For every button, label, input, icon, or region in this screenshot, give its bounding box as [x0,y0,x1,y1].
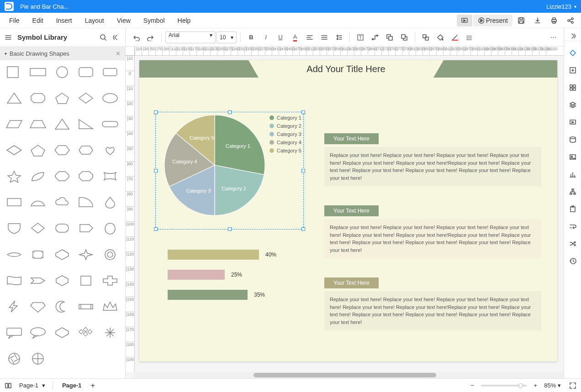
shapes-section-header[interactable]: ▾ Basic Drawing Shapes ✕ [0,47,125,60]
shape-cross[interactable] [100,273,120,288]
menu-edit[interactable]: Edit [26,17,50,24]
page-title[interactable]: Add Your Title Here [263,60,429,78]
user-menu[interactable]: Lizzie123 [546,3,576,10]
shape-rounded[interactable] [53,221,72,235]
shape-cushion[interactable] [100,169,120,183]
text-block-3[interactable]: Your Text Here Replace your text here! R… [324,277,541,330]
shape-hex4[interactable] [53,273,72,288]
shape-pentagon2[interactable] [28,143,48,157]
shape-plaque[interactable] [28,247,48,262]
shape-speech-round[interactable] [28,325,48,340]
shape-cloud[interactable] [53,195,72,209]
shape-round-rect2[interactable] [100,65,120,79]
presentation-mode-button[interactable] [457,15,472,26]
search-icon[interactable] [100,34,108,41]
slides-panel-button[interactable] [567,117,578,128]
shape-octagon2[interactable] [76,169,95,183]
shape-gem[interactable] [28,299,48,314]
shape-lens[interactable] [5,247,24,262]
shape-lightning[interactable] [5,299,24,314]
zoom-thumb[interactable] [518,383,523,388]
shape-pill[interactable] [100,117,120,131]
layers-panel-button[interactable] [567,99,578,110]
shape-moon[interactable] [53,299,72,314]
close-section-icon[interactable]: ✕ [116,50,121,57]
share-button[interactable] [563,15,578,26]
shape-ribbon[interactable] [76,299,95,314]
shape-burst[interactable] [100,325,120,340]
text-block-body[interactable]: Replace your text here! Replace your tex… [324,219,541,258]
resize-handle[interactable] [228,110,232,114]
shape-cog[interactable] [100,247,120,262]
menu-layout[interactable]: Layout [79,17,111,24]
shape-diamond2[interactable] [28,221,48,235]
shape-hex5[interactable] [53,325,72,340]
font-color-button[interactable]: A [288,31,302,44]
shape-pentagon[interactable] [53,91,72,105]
resize-handle[interactable] [301,227,305,231]
selection-box[interactable] [155,112,304,230]
redo-button[interactable] [144,31,158,44]
shape-aperture[interactable] [5,351,24,366]
shape-trapezoid[interactable] [28,117,48,131]
fill-panel-button[interactable] [567,47,578,58]
undo-button[interactable] [129,31,143,44]
scrollbar-thumb[interactable] [254,373,436,377]
shape-right-triangle[interactable] [76,117,95,131]
italic-button[interactable]: I [259,31,273,44]
text-block-heading[interactable]: Your Text Here [324,205,379,216]
text-block-body[interactable]: Replace your text here! Replace your tex… [324,147,541,186]
data-panel-button[interactable] [567,134,578,145]
page-tab[interactable]: Page-1 [58,382,86,389]
document-title[interactable]: Pie and Bar Cha... [20,3,546,10]
print-button[interactable] [546,15,562,26]
clipboard-panel-button[interactable] [567,204,578,214]
download-button[interactable] [530,15,545,26]
line-style-button[interactable] [463,31,476,44]
menu-file[interactable]: File [3,17,26,24]
text-tool-button[interactable]: T [354,31,367,44]
align-left-button[interactable] [303,31,317,44]
fill-button[interactable] [433,31,447,44]
connector-button[interactable] [368,31,382,44]
resize-handle[interactable] [301,169,305,172]
shape-crown[interactable] [100,299,120,314]
bar-chart[interactable]: 40%25%35% [168,250,305,310]
chart-panel-button[interactable] [567,169,578,180]
text-block-1[interactable]: Your Text Here Replace your text here! R… [324,133,541,186]
text-block-heading[interactable]: Your Text Here [324,133,379,144]
library-menu-icon[interactable] [5,34,13,41]
shape-rect2[interactable] [5,195,24,209]
page-select[interactable]: Page-1 ▾ [16,382,48,389]
shape-circle[interactable] [53,65,72,79]
menu-help[interactable]: Help [171,17,197,24]
shape-chord[interactable] [28,195,48,209]
shape-star[interactable] [5,169,24,183]
text-block-heading[interactable]: Your Text Here [324,277,379,288]
zoom-out-button[interactable]: − [468,382,476,389]
text-block-2[interactable]: Your Text Here Replace your text here! R… [324,205,541,258]
shape-hexagon[interactable] [53,143,72,157]
shape-hex3[interactable] [53,247,72,262]
shape-pie4[interactable] [28,351,48,366]
present-button[interactable]: Present [473,15,512,26]
save-button[interactable] [513,15,529,26]
send-back-button[interactable] [383,31,396,44]
shuffle-panel-button[interactable] [567,238,578,249]
collapse-left-icon[interactable] [112,34,121,41]
menu-insert[interactable]: Insert [50,17,79,24]
resize-handle[interactable] [228,227,232,231]
export-panel-button[interactable] [567,65,578,76]
resize-handle[interactable] [154,110,158,114]
shape-4star[interactable] [76,247,95,262]
resize-handle[interactable] [154,169,158,172]
line-spacing-button[interactable] [332,31,346,44]
shape-rect[interactable] [28,65,48,79]
shape-arrow[interactable] [28,273,48,288]
shape-octagon-cut[interactable] [28,91,48,105]
align-v-button[interactable] [317,31,331,44]
add-page-button[interactable]: + [91,382,100,390]
zoom-value[interactable]: 85% ▾ [544,382,561,389]
shape-square[interactable] [5,65,24,79]
shape-round-rect[interactable] [76,65,95,79]
